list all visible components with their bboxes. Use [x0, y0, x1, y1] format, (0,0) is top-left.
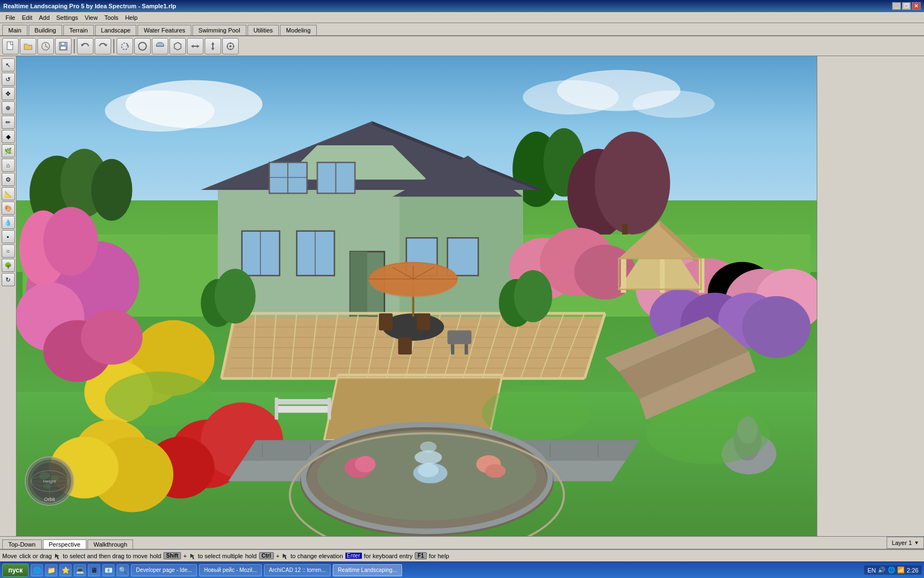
layer-indicator[interactable]: Layer 1 ▼	[887, 537, 924, 549]
tray-lang: EN	[867, 567, 876, 574]
tool-half-circle[interactable]	[152, 38, 168, 54]
tool-recycle[interactable]: ↻	[2, 273, 15, 286]
close-button[interactable]: ✕	[912, 2, 921, 10]
tool-hex[interactable]	[169, 38, 186, 54]
restore-button[interactable]: ❐	[902, 2, 911, 10]
minimize-button[interactable]: _	[892, 2, 901, 10]
taskbar-icon-2[interactable]: 📁	[45, 564, 57, 576]
status-action-1: to select and then drag to move	[63, 553, 147, 559]
status-action-5: for help	[429, 553, 449, 559]
save-button[interactable]	[55, 38, 72, 54]
taskbar-icon-7[interactable]: 🔍	[117, 564, 129, 576]
tool-select[interactable]: ↖	[2, 58, 15, 72]
tool-paint[interactable]: 🎨	[2, 201, 15, 215]
menu-edit[interactable]: Edit	[19, 13, 36, 22]
redo-button[interactable]	[95, 38, 111, 54]
tool-circle[interactable]	[134, 38, 151, 54]
menu-bar: File Edit Add Settings View Tools Help	[0, 12, 924, 23]
tab-walkthrough[interactable]: Walkthrough	[87, 539, 133, 549]
tool-structure[interactable]: ⌂	[2, 159, 15, 172]
recent-button[interactable]	[37, 38, 54, 54]
taskbar-icon-6[interactable]: 📧	[102, 564, 114, 576]
tool-node[interactable]: ◆	[2, 130, 15, 143]
status-hold-1: hold	[150, 553, 161, 559]
svg-point-9	[139, 42, 146, 50]
taskbar-icon-1[interactable]: 🌐	[31, 564, 43, 576]
status-plus-1: +	[183, 553, 186, 559]
title-bar: Realtime Landscaping Pro 5 by Idea Spect…	[0, 0, 924, 12]
tab-building[interactable]: Building	[29, 25, 62, 35]
tab-utilities[interactable]: Utilities	[248, 25, 279, 35]
viewport[interactable]: Orbit Height	[16, 56, 817, 536]
right-panel	[817, 56, 924, 536]
open-button[interactable]	[20, 38, 36, 54]
orbit-compass[interactable]: Orbit Height	[25, 456, 74, 506]
tool-target[interactable]	[222, 38, 239, 54]
tool-rotate[interactable]	[117, 38, 133, 54]
tool-square[interactable]: ▪	[2, 230, 15, 243]
tool-pan[interactable]: ✥	[2, 87, 15, 100]
tab-modeling[interactable]: Modeling	[280, 25, 317, 35]
svg-rect-3	[61, 42, 65, 45]
left-toolbar: ↖ ↺ ✥ ⊕ ✏ ◆ 🌿 ⌂ ⚙ 📐 🎨 💧 ▪ ○ 🌳 ↻	[0, 56, 16, 536]
layer-label: Layer 1	[892, 539, 912, 546]
taskbar-icon-3[interactable]: ⭐	[59, 564, 72, 576]
scene: Orbit Height	[16, 56, 817, 536]
menu-add[interactable]: Add	[36, 13, 53, 22]
svg-point-19	[229, 45, 232, 47]
taskbar-app-1[interactable]: Developer page - Ide...	[131, 564, 197, 576]
tool-tree[interactable]: 🌳	[2, 259, 15, 272]
menu-file[interactable]: File	[2, 13, 19, 22]
title-controls: _ ❐ ✕	[892, 2, 921, 10]
cursor-icon-2	[189, 553, 196, 559]
tab-perspective[interactable]: Perspective	[43, 539, 86, 549]
taskbar-app-2[interactable]: Новый рейс - Mozil...	[199, 564, 262, 576]
tab-main[interactable]: Main	[2, 25, 28, 35]
key-f1: F1	[415, 552, 427, 559]
status-move: Move	[2, 553, 17, 559]
tool-plant[interactable]: 🌿	[2, 144, 15, 157]
start-button[interactable]: пуск	[2, 564, 29, 577]
tray-icons: 🔊 🌐 📶	[878, 566, 904, 574]
tray-time: 2:26	[907, 567, 919, 574]
status-bar: Move click or drag to select and then dr…	[0, 549, 924, 561]
layer-dropdown-icon[interactable]: ▼	[914, 540, 919, 546]
tab-topdown[interactable]: Top-Down	[2, 539, 42, 549]
tool-orbit[interactable]: ↺	[2, 73, 15, 86]
status-action-2: to select multiple	[198, 553, 243, 559]
tab-water-features[interactable]: Water Features	[138, 25, 191, 35]
tab-terrain[interactable]: Terrain	[63, 25, 94, 35]
taskbar-icon-4[interactable]: 💻	[74, 564, 86, 576]
taskbar-icon-5[interactable]: 🖥	[88, 564, 100, 576]
undo-button[interactable]	[77, 38, 94, 54]
tool-water[interactable]: 💧	[2, 216, 15, 229]
taskbar-app-4[interactable]: Realtime Landscaping...	[333, 564, 402, 576]
tab-swimming-pool[interactable]: Swimming Pool	[193, 25, 246, 35]
tool-arrow-v[interactable]	[205, 38, 221, 54]
view-tabs-bar: Top-Down Perspective Walkthrough Layer 1…	[0, 536, 924, 549]
cursor-icon-3	[282, 553, 288, 559]
taskbar: пуск 🌐 📁 ⭐ 💻 🖥 📧 🔍 Developer page - Ide.…	[0, 561, 924, 578]
tool-config[interactable]: ⚙	[2, 173, 15, 186]
menu-help[interactable]: Help	[122, 13, 141, 22]
tool-circle-left[interactable]: ○	[2, 244, 15, 258]
svg-marker-16	[211, 48, 215, 50]
tool-measure[interactable]: 📐	[2, 187, 15, 200]
main-content: ↖ ↺ ✥ ⊕ ✏ ◆ 🌿 ⌂ ⚙ 📐 🎨 💧 ▪ ○ 🌳 ↻	[0, 56, 924, 536]
tool-zoom-left[interactable]: ⊕	[2, 101, 15, 114]
menu-view[interactable]: View	[81, 13, 101, 22]
key-ctrl: Ctrl	[259, 552, 274, 559]
svg-point-7	[122, 43, 128, 50]
tab-landscape[interactable]: Landscape	[95, 25, 137, 35]
menu-settings[interactable]: Settings	[53, 13, 81, 22]
orbit-label: Orbit	[26, 497, 73, 502]
svg-rect-0	[7, 42, 13, 50]
tool-draw[interactable]: ✏	[2, 116, 15, 129]
taskbar-tray: EN 🔊 🌐 📶 2:26	[864, 565, 922, 575]
new-button[interactable]	[2, 38, 19, 54]
menu-tools[interactable]: Tools	[101, 13, 122, 22]
taskbar-app-3[interactable]: ArchiCAD 12 :: torren...	[264, 564, 331, 576]
tool-arrow-h[interactable]	[187, 38, 204, 54]
toolbar-separator-1	[74, 39, 75, 53]
svg-marker-13	[197, 45, 199, 48]
